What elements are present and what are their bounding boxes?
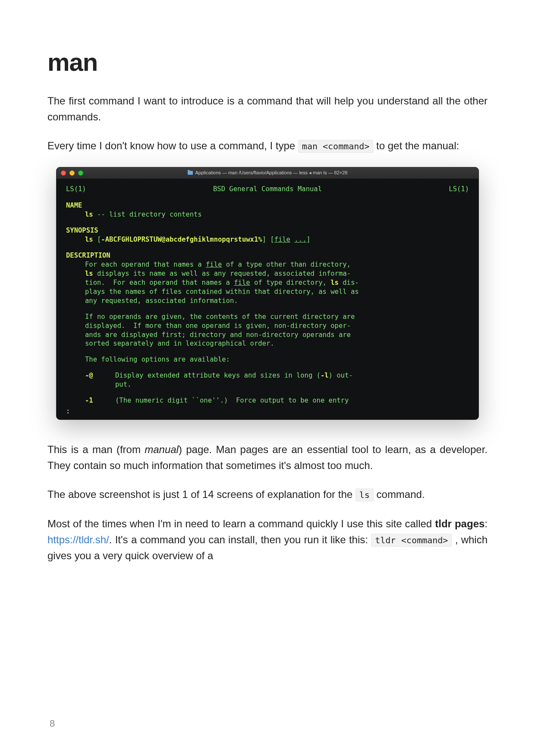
option-desc: (The numeric digit ``one''.) Force outpu… — [115, 396, 469, 405]
section-heading: NAME — [66, 201, 469, 210]
text-run: ] — [306, 236, 310, 243]
option-row: -@Display extended attribute keys and si… — [66, 371, 469, 380]
section-heading: DESCRIPTION — [66, 251, 469, 260]
underlined-arg: file — [274, 236, 290, 243]
desc-line: For each operand that names a file of a … — [66, 260, 469, 269]
text-run: Display extended attribute keys and size… — [115, 372, 321, 379]
inline-code: man <command> — [298, 140, 374, 153]
text-run: of type directory, — [250, 279, 331, 287]
text-run — [290, 236, 294, 243]
window-title: Applications — man /Users/flavio/Applica… — [57, 170, 478, 176]
command-name: ls — [85, 211, 93, 218]
section-heading: SYNOPSIS — [66, 226, 469, 235]
page-number: 8 — [50, 718, 55, 729]
name-line: ls -- list directory contents — [66, 210, 469, 219]
option-flag: -1 — [85, 396, 115, 405]
italic-text: manual — [145, 444, 179, 455]
text-run: The above screenshot is just 1 of 14 scr… — [47, 488, 356, 500]
command-name: ls — [330, 279, 339, 287]
desc-line: plays the names of files contained withi… — [66, 287, 469, 296]
man-header-right: LS(1) — [449, 185, 469, 194]
option-desc: Display extended attribute keys and size… — [115, 371, 469, 380]
desc-line: any requested, associated information. — [66, 296, 469, 306]
text-run: [ — [93, 236, 101, 243]
text-run: of a type other than directory, — [222, 261, 351, 268]
desc-line: If no operands are given, the contents o… — [66, 312, 469, 321]
option-flag: -l — [321, 372, 329, 379]
option-flags: -ABCFGHLOPRSTUW@abcdefghiklmnopqrstuwx1% — [101, 236, 262, 243]
desc-line: tion. For each operand that names a file… — [66, 278, 469, 287]
window-title-bar: Applications — man /Users/flavio/Applica… — [57, 167, 478, 179]
document-page: man The first command I want to introduc… — [0, 0, 535, 756]
text-run: For each operand that names a — [85, 261, 206, 268]
desc-line: ands are displayed first; directory and … — [66, 331, 469, 340]
desc-line: ls displays its name as well as any requ… — [66, 269, 469, 278]
man-header-row: LS(1)BSD General Commands ManualLS(1) — [66, 185, 469, 194]
text-run: Every time I don't know how to use a com… — [47, 140, 298, 151]
text-run: tion. For each operand that names a — [85, 279, 234, 287]
paragraph: Most of the times when I'm in need to le… — [47, 516, 488, 564]
folder-icon — [188, 171, 193, 175]
desc-line: The following options are available: — [66, 355, 469, 364]
desc-line: sorted separately and in lexicographical… — [66, 339, 469, 348]
paragraph: The above screenshot is just 1 of 14 scr… — [47, 486, 488, 502]
text-run: . It's a command you can install, then y… — [109, 534, 371, 545]
tldr-link[interactable]: https://tldr.sh/ — [47, 534, 109, 545]
underlined-arg: file — [206, 261, 222, 268]
window-title-text: Applications — man /Users/flavio/Applica… — [195, 170, 348, 176]
text-run: ) out- — [329, 372, 353, 379]
inline-code: ls — [356, 488, 374, 501]
text-run: ] [ — [262, 236, 274, 243]
option-desc: put. — [115, 380, 469, 389]
option-flag-spacer — [85, 380, 115, 389]
text-run: dis- — [339, 279, 359, 287]
text-run: command. — [377, 488, 425, 500]
command-name: ls — [85, 236, 93, 243]
man-header-left: LS(1) — [66, 185, 86, 194]
text-run: : — [485, 518, 488, 529]
text-run: displays its name as well as any request… — [93, 270, 351, 277]
paragraph: The first command I want to introduce is… — [47, 93, 488, 125]
text-run: to get the manual: — [376, 140, 459, 151]
bold-text: tldr pages — [435, 518, 485, 529]
desc-line: displayed. If more than one operand is g… — [66, 321, 469, 331]
inline-code: tldr <command> — [371, 534, 452, 547]
option-row: put. — [66, 380, 469, 389]
text-run: Most of the times when I'm in need to le… — [47, 518, 435, 529]
paragraph: This is a man (from manual) page. Man pa… — [47, 441, 488, 473]
text-run: This is a man (from — [47, 444, 145, 455]
paragraph: Every time I don't know how to use a com… — [47, 138, 488, 154]
man-header-center: BSD General Commands Manual — [213, 185, 322, 194]
page-heading: man — [47, 47, 488, 76]
underlined-arg: file — [234, 279, 250, 287]
terminal-window: Applications — man /Users/flavio/Applica… — [56, 167, 479, 420]
underlined-arg: ... — [294, 236, 306, 243]
text-run: -- list directory contents — [93, 211, 202, 218]
synopsis-line: ls [-ABCFGHLOPRSTUW@abcdefghiklmnopqrstu… — [66, 235, 469, 244]
pager-prompt[interactable]: : — [66, 407, 469, 416]
option-row: -1(The numeric digit ``one''.) Force out… — [66, 396, 469, 405]
terminal-screenshot: Applications — man /Users/flavio/Applica… — [56, 167, 479, 420]
option-flag: -@ — [85, 371, 115, 380]
command-name: ls — [85, 270, 93, 277]
terminal-body: LS(1)BSD General Commands ManualLS(1)NAM… — [57, 179, 478, 419]
